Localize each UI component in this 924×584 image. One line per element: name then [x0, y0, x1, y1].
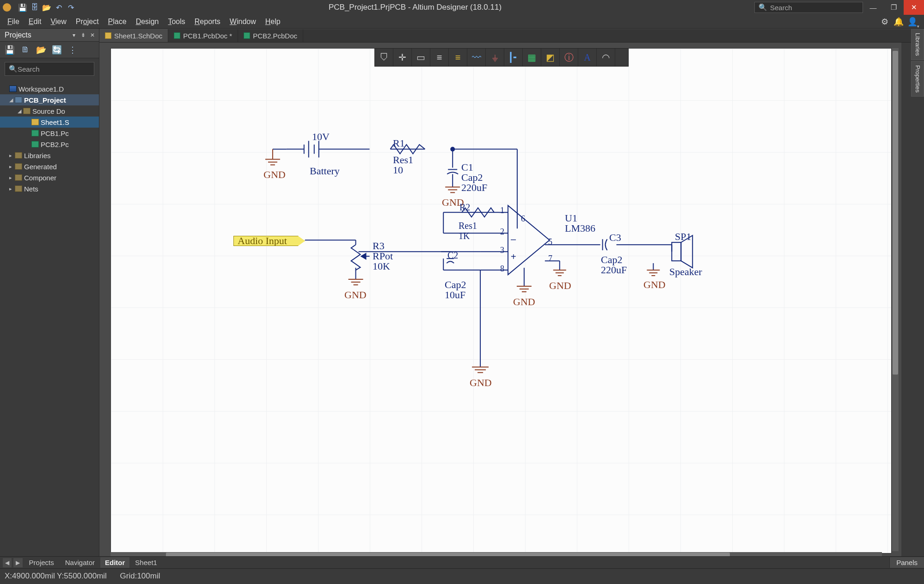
projects-search[interactable]: 🔍 Search — [5, 62, 94, 76]
redo-icon[interactable]: ↷ — [66, 2, 76, 12]
pcb-doc-icon — [244, 32, 250, 39]
dock-properties[interactable]: Properties — [911, 61, 924, 97]
bottom-tab-editor[interactable]: Editor — [100, 557, 129, 568]
document-tabs: Sheet1.SchDoc PCB1.PcbDoc * PCB2.PcbDoc — [99, 29, 911, 43]
status-grid: Grid:100mil — [120, 572, 160, 580]
search-placeholder: Search — [770, 4, 792, 12]
menu-help[interactable]: Help — [261, 15, 285, 29]
undo-icon[interactable]: ↶ — [54, 2, 64, 12]
maximize-button[interactable]: ❐ — [883, 0, 904, 15]
bottom-tab-navigator[interactable]: Navigator — [61, 557, 99, 568]
label-battery-volt: 10V — [312, 131, 330, 143]
bottom-tab-projects[interactable]: Projects — [24, 557, 59, 568]
label-r1-ref: R1 — [393, 137, 405, 149]
tree-workspace[interactable]: Workspace1.D — [0, 83, 99, 94]
info-icon[interactable]: ⓘ — [560, 49, 578, 66]
rect-select-icon[interactable]: ▭ — [412, 49, 430, 66]
menu-edit[interactable]: Edit — [24, 15, 46, 29]
harness-icon[interactable]: ┃╸ — [504, 49, 523, 66]
refresh-icon[interactable]: 🔄 — [52, 45, 62, 55]
user-icon[interactable]: 👤 — [906, 16, 918, 28]
notifications-icon[interactable]: 🔔 — [893, 16, 905, 28]
save-all-icon[interactable]: 🗄 — [30, 2, 40, 12]
tree-sheet1[interactable]: Sheet1.S — [0, 117, 99, 128]
bottom-tab-sheet1[interactable]: Sheet1 — [130, 557, 162, 568]
save-icon[interactable]: 💾 — [18, 2, 28, 12]
pin-5: 5 — [548, 237, 552, 247]
label-r3-val: 10K — [373, 260, 390, 272]
align-icon[interactable]: ≡ — [430, 49, 449, 66]
pin-6: 6 — [521, 214, 525, 224]
arc-icon[interactable]: ◠ — [597, 49, 615, 66]
label-battery-gnd: GND — [263, 169, 286, 181]
compile-icon[interactable]: 🗎 — [20, 45, 31, 55]
menu-reports[interactable]: Reports — [190, 15, 225, 29]
options-icon[interactable]: ⋮ — [67, 45, 78, 55]
search-icon: 🔍 — [759, 3, 767, 12]
prev-panel-button[interactable]: ◀ — [3, 558, 12, 567]
menu-project[interactable]: Project — [71, 15, 104, 29]
tree-pcb2[interactable]: PCB2.Pc — [0, 139, 99, 150]
title-bar: 💾 🗄 📂 ↶ ↷ PCB_Project1.PrjPCB - Altium D… — [0, 0, 924, 15]
next-panel-button[interactable]: ▶ — [13, 558, 22, 567]
schematic-sheet[interactable]: – + — [110, 48, 892, 553]
label-c3-val: 220uF — [601, 264, 627, 276]
port-audio-input[interactable]: Audio Input — [233, 236, 305, 246]
text-icon[interactable]: A — [578, 49, 597, 66]
right-dock: Libraries Properties — [911, 29, 924, 103]
label-r1-val: 10 — [393, 164, 403, 176]
pin-3: 3 — [500, 246, 504, 255]
tree-pcb1[interactable]: PCB1.Pc — [0, 128, 99, 139]
minimize-button[interactable]: — — [863, 0, 883, 15]
panel-pin-icon[interactable]: ⇟ — [80, 32, 87, 38]
dock-libraries[interactable]: Libraries — [911, 29, 924, 60]
global-search[interactable]: 🔍 Search — [754, 2, 863, 13]
bus-entry-icon[interactable]: ≡ — [449, 49, 467, 66]
tab-sheet1[interactable]: Sheet1.SchDoc — [99, 29, 168, 42]
search-icon: 🔍 — [9, 65, 18, 73]
tab-label: PCB2.PcbDoc — [253, 32, 297, 40]
tab-pcb2[interactable]: PCB2.PcbDoc — [238, 29, 303, 42]
panel-close-icon[interactable]: ✕ — [89, 32, 96, 38]
panel-dropdown-icon[interactable]: ▾ — [70, 32, 78, 38]
settings-icon[interactable]: ⚙ — [879, 16, 891, 28]
quick-access-toolbar: 💾 🗄 📂 ↶ ↷ — [18, 2, 76, 12]
label-bottom-gnd: GND — [470, 377, 492, 389]
svg-rect-43 — [672, 242, 681, 261]
label-r2-type: Res1 — [459, 221, 477, 231]
menu-tools[interactable]: Tools — [163, 15, 190, 29]
tree-libraries[interactable]: ▸Libraries — [0, 150, 99, 161]
pcb-doc-icon — [174, 32, 180, 39]
tree-project[interactable]: ◢PCB_Project — [0, 94, 99, 105]
vertical-scrollbar[interactable] — [892, 48, 899, 551]
tab-pcb1[interactable]: PCB1.PcbDoc * — [168, 29, 238, 42]
pin-8: 8 — [500, 264, 504, 274]
panels-button[interactable]: Panels — [889, 557, 924, 568]
label-c2-ref: C2 — [447, 250, 458, 261]
close-button[interactable]: ✕ — [904, 0, 924, 15]
label-sp1-ref: SP1 — [675, 231, 691, 243]
sheet-symbol-icon[interactable]: ▦ — [523, 49, 541, 66]
label-sp1-type: Speaker — [669, 266, 702, 278]
tree-nets[interactable]: ▸Nets — [0, 183, 99, 194]
tree-source-docs[interactable]: ◢Source Do — [0, 105, 99, 117]
menu-file[interactable]: File — [3, 15, 24, 29]
directive-icon[interactable]: ◩ — [541, 49, 560, 66]
menu-place[interactable]: Place — [104, 15, 131, 29]
open-project-icon[interactable]: 📂 — [36, 45, 46, 55]
projects-panel-header: Projects ▾ ⇟ ✕ — [0, 29, 99, 42]
menu-design[interactable]: Design — [131, 15, 164, 29]
filter-icon[interactable]: ⛉ — [375, 49, 393, 66]
cross-select-icon[interactable]: ✛ — [393, 49, 412, 66]
window-title: PCB_Project1.PrjPCB - Altium Designer (1… — [76, 3, 754, 12]
vscroll-thumb[interactable] — [893, 51, 898, 375]
net-icon[interactable]: 〰 — [467, 49, 486, 66]
power-port-icon[interactable]: ⏚ — [486, 49, 504, 66]
tree-components[interactable]: ▸Componer — [0, 172, 99, 183]
save-project-icon[interactable]: 💾 — [5, 45, 15, 55]
open-icon[interactable]: 📂 — [42, 2, 52, 12]
svg-text:+: + — [511, 252, 516, 262]
tree-generated[interactable]: ▸Generated — [0, 161, 99, 172]
menu-view[interactable]: View — [46, 15, 71, 29]
menu-window[interactable]: Window — [225, 15, 261, 29]
